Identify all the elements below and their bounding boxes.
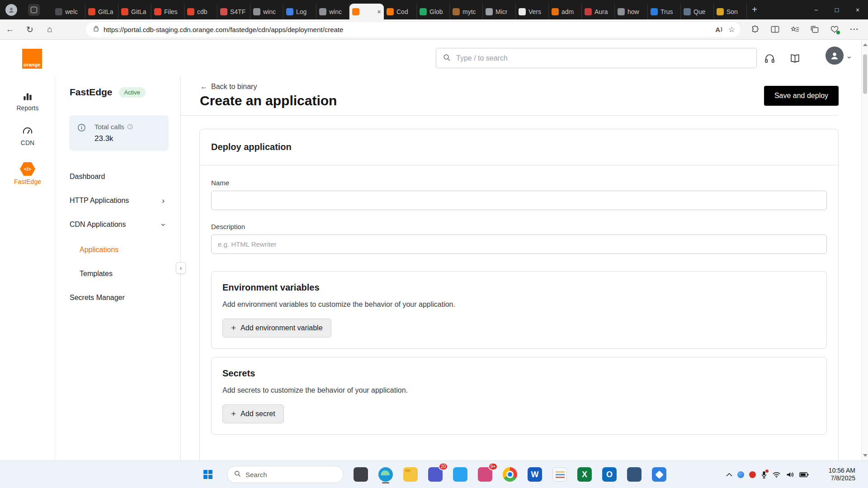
lock-icon[interactable]: [93, 25, 99, 34]
browser-tab[interactable]: winc: [316, 4, 349, 19]
start-button[interactable]: [199, 465, 217, 483]
rail-item-cdn[interactable]: CDN: [0, 125, 55, 146]
excel-icon: X: [577, 467, 592, 482]
browser-tab[interactable]: Cod: [384, 4, 417, 19]
sidebar-item-applications[interactable]: Applications: [80, 243, 166, 257]
taskbar-app-excel[interactable]: X: [575, 465, 594, 484]
volume-icon[interactable]: [786, 471, 794, 479]
taskbar-app-postgresql[interactable]: [624, 465, 644, 484]
browser-tab[interactable]: Glob: [417, 4, 450, 19]
browser-tab-active[interactable]: ×: [349, 4, 384, 19]
clock-date: 7/8/2025: [829, 474, 855, 482]
new-tab-button[interactable]: +: [747, 2, 762, 18]
taskbar-app-file-explorer[interactable]: [401, 465, 420, 484]
description-input[interactable]: [211, 235, 827, 254]
collections-icon[interactable]: [805, 20, 825, 38]
browser-tab[interactable]: Aura: [582, 4, 615, 19]
taskbar-app-notepad[interactable]: [550, 465, 570, 484]
sidebar-item-dashboard[interactable]: Dashboard: [70, 170, 166, 183]
workspaces-icon[interactable]: [28, 4, 40, 16]
taskbar-app-mail[interactable]: 9+: [475, 465, 495, 484]
refresh-button[interactable]: ↻: [20, 20, 40, 38]
taskbar-app-outlook[interactable]: O: [599, 465, 619, 484]
browser-tab[interactable]: winc: [250, 4, 283, 19]
user-avatar[interactable]: [826, 47, 844, 65]
url-text[interactable]: https://portal.cdb-staging.cdn.orange.co…: [104, 26, 715, 33]
taskbar-app-photos[interactable]: [649, 465, 669, 484]
portal-search[interactable]: [436, 48, 757, 68]
sidebar-item-cdn-applications[interactable]: CDN Applications›: [70, 218, 166, 231]
split-screen-icon[interactable]: [765, 20, 785, 38]
support-headset-icon[interactable]: [763, 52, 776, 65]
battery-icon[interactable]: [799, 472, 809, 478]
rail-item-reports[interactable]: Reports: [0, 90, 55, 112]
rail-item-fastedge[interactable]: </> FastEdge: [0, 162, 55, 185]
browser-tab[interactable]: Files: [151, 4, 184, 19]
close-button[interactable]: ×: [847, 0, 868, 19]
settings-more-icon[interactable]: ···: [844, 20, 864, 38]
sidebar-item-http-applications[interactable]: HTTP Applications›: [70, 194, 166, 207]
tray-app-icon[interactable]: [737, 471, 744, 478]
save-and-deploy-button[interactable]: Save and deploy: [764, 86, 839, 106]
scroll-up-arrow[interactable]: [863, 43, 868, 46]
sidebar-collapse-button[interactable]: ‹: [176, 262, 186, 274]
tab-close-icon[interactable]: ×: [377, 8, 381, 15]
portal-search-input[interactable]: [456, 54, 750, 62]
browser-tab[interactable]: Son: [714, 4, 747, 19]
sidebar-item-templates[interactable]: Templates: [80, 267, 166, 281]
documentation-book-icon[interactable]: [788, 52, 801, 65]
taskbar-clock[interactable]: 10:56 AM 7/8/2025: [829, 467, 855, 482]
orange-logo[interactable]: orange: [22, 49, 42, 69]
home-button[interactable]: ⌂: [40, 20, 60, 38]
help-icon[interactable]: ?: [127, 124, 133, 130]
browser-tab[interactable]: GitLa: [85, 4, 118, 19]
tab-favicon: [220, 8, 227, 15]
taskbar-app-pinned[interactable]: [351, 465, 371, 484]
taskbar-app-vscode[interactable]: [450, 465, 470, 484]
extensions-icon[interactable]: [745, 20, 765, 38]
scroll-down-arrow[interactable]: [863, 454, 868, 457]
read-aloud-icon[interactable]: A: [715, 26, 722, 33]
browser-essentials-icon[interactable]: [825, 20, 844, 38]
browser-tab[interactable]: Log: [283, 4, 316, 19]
page-scrollbar[interactable]: [861, 40, 868, 460]
browser-tab[interactable]: welc: [52, 4, 85, 19]
browser-tab[interactable]: Que: [681, 4, 714, 19]
browser-tab[interactable]: mytc: [450, 4, 483, 19]
back-button[interactable]: ←: [0, 20, 20, 38]
microphone-icon[interactable]: [761, 470, 767, 479]
maximize-button[interactable]: □: [826, 0, 847, 19]
browser-tab[interactable]: cdb: [184, 4, 217, 19]
url-bar[interactable]: https://portal.cdb-staging.cdn.orange.co…: [86, 22, 741, 37]
browser-tab[interactable]: Trus: [648, 4, 681, 19]
browser-tab[interactable]: Micr: [483, 4, 516, 19]
name-input[interactable]: [211, 191, 827, 210]
add-secret-button[interactable]: +Add secret: [222, 404, 284, 423]
scroll-thumb[interactable]: [863, 54, 867, 94]
favorites-icon[interactable]: [785, 20, 805, 38]
tray-chevron-up-icon[interactable]: [726, 473, 732, 477]
taskbar-app-edge[interactable]: [376, 465, 396, 484]
browser-tab[interactable]: GitLa: [118, 4, 151, 19]
taskbar-search-input[interactable]: [245, 471, 337, 479]
browser-tab[interactable]: how: [615, 4, 648, 19]
browser-tab[interactable]: adm: [549, 4, 582, 19]
browser-tab[interactable]: S4TF: [217, 4, 250, 19]
taskbar-app-word[interactable]: W: [525, 465, 545, 484]
tab-label: Files: [164, 8, 178, 15]
add-environment-variable-button[interactable]: +Add environment variable: [222, 319, 331, 338]
taskbar-app-teams[interactable]: 20: [425, 465, 445, 484]
taskbar-app-chrome[interactable]: [500, 465, 520, 484]
favorite-star-icon[interactable]: ☆: [728, 25, 735, 34]
taskbar-search[interactable]: [227, 466, 344, 483]
minimize-button[interactable]: −: [806, 0, 826, 19]
browser-tab[interactable]: Vers: [516, 4, 549, 19]
running-indicator: [382, 482, 389, 483]
browser-profile-avatar[interactable]: [5, 4, 17, 16]
tab-label: GitLa: [98, 8, 113, 15]
account-chevron-down-icon[interactable]: ›: [845, 56, 854, 59]
tray-recording-icon[interactable]: [749, 471, 756, 478]
wifi-icon[interactable]: [772, 471, 781, 479]
sidebar-item-secrets-manager[interactable]: Secrets Manager: [70, 291, 166, 305]
back-to-binary-link[interactable]: ←Back to binary: [200, 83, 257, 91]
